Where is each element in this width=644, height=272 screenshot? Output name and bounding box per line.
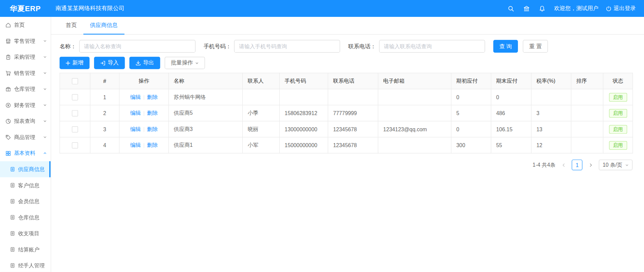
chevron-down-icon: [43, 39, 47, 43]
edit-link[interactable]: 编辑: [130, 142, 141, 148]
purchase-icon: [5, 54, 11, 60]
sidebar-item-home[interactable]: 首页: [0, 17, 51, 33]
chevron-down-icon: [43, 87, 47, 91]
sidebar-item-warehouse[interactable]: 仓库管理: [0, 81, 51, 97]
delete-link[interactable]: 删除: [147, 110, 158, 116]
cell-sort: [571, 121, 603, 137]
reset-button[interactable]: 重 置: [523, 40, 548, 53]
next-page-button[interactable]: [587, 160, 595, 170]
row-checkbox[interactable]: [72, 94, 78, 100]
sidebar-subitem-warehouse-info[interactable]: 仓库信息: [0, 209, 51, 225]
pagination: 1-4 共4条 1 10 条/页: [60, 160, 633, 170]
plus-icon: [66, 61, 70, 65]
cell-index: 3: [90, 121, 120, 137]
cell-phone: [279, 89, 328, 105]
sidebar-subitem-income-expense[interactable]: 收支项目: [0, 225, 51, 242]
sidebar-item-sales[interactable]: 销售管理: [0, 65, 51, 81]
cell-email: [378, 137, 451, 153]
sidebar-subitem-label: 会员信息: [18, 198, 39, 205]
edit-link[interactable]: 编辑: [130, 110, 141, 116]
main-area: 首页 供应商信息 名称： 手机号码： 联系电话： 查 询 重 置 新增: [51, 17, 644, 272]
col-status: 状态: [603, 73, 633, 89]
delete-link[interactable]: 删除: [147, 142, 158, 148]
col-index: #: [90, 73, 120, 89]
edit-link[interactable]: 编辑: [130, 94, 141, 100]
cell-tax-rate: 13: [531, 121, 571, 137]
sidebar-subitem-member-info[interactable]: 会员信息: [0, 193, 51, 210]
cell-tax-rate: 3: [531, 105, 571, 121]
sidebar-item-label: 基本资料: [14, 149, 35, 157]
select-all-checkbox[interactable]: [72, 78, 78, 84]
chevron-down-icon: [43, 103, 47, 107]
col-end-need: 期末应付: [491, 73, 531, 89]
table-row: 3 编辑删除 供应商3 晓丽 13000000000 12345678 1234…: [60, 121, 633, 137]
phone-filter-input[interactable]: [234, 40, 340, 53]
tel-filter-input[interactable]: [379, 40, 485, 53]
add-button[interactable]: 新增: [60, 57, 90, 69]
sidebar-item-basic-data[interactable]: 基本资料: [0, 145, 51, 161]
divider: [144, 111, 144, 116]
prev-page-button[interactable]: [559, 160, 568, 170]
cell-name: 供应商1: [168, 137, 242, 153]
sidebar-item-retail[interactable]: 零售管理: [0, 33, 51, 49]
sidebar-subitem-label: 供应商信息: [18, 166, 45, 173]
search-button[interactable]: 查 询: [493, 40, 518, 53]
delete-link[interactable]: 删除: [147, 94, 158, 100]
sidebar-item-goods[interactable]: 商品管理: [0, 129, 51, 145]
cell-index: 1: [90, 89, 120, 105]
name-filter-input[interactable]: [79, 40, 195, 53]
sidebar-item-label: 报表查询: [14, 117, 35, 125]
bell-icon[interactable]: [534, 0, 550, 17]
sidebar-item-purchase[interactable]: 采购管理: [0, 49, 51, 65]
status-badge: 启用: [609, 125, 627, 134]
row-checkbox[interactable]: [72, 126, 78, 132]
row-checkbox[interactable]: [72, 110, 78, 116]
cell-begin-need: 5: [451, 105, 491, 121]
cell-contact: 晓丽: [243, 121, 280, 137]
batch-actions-button[interactable]: 批量操作: [165, 57, 205, 69]
export-button[interactable]: 导出: [129, 57, 160, 69]
sidebar-item-reports[interactable]: 报表查询: [0, 113, 51, 129]
cell-sort: [571, 137, 603, 153]
cell-email: [378, 105, 451, 121]
col-contact: 联系人: [243, 73, 280, 89]
home-icon: [5, 22, 11, 28]
page-size-select[interactable]: 10 条/页: [599, 160, 633, 170]
col-tel: 联系电话: [328, 73, 378, 89]
cell-index: 4: [90, 137, 120, 153]
phone-filter-label: 手机号码：: [204, 43, 231, 50]
finance-icon: [5, 102, 11, 108]
search-icon[interactable]: [503, 0, 519, 17]
cell-begin-need: 300: [451, 137, 491, 153]
document-icon: [10, 183, 15, 188]
sidebar-item-label: 商品管理: [14, 133, 35, 141]
cell-name: 供应商5: [168, 105, 242, 121]
sidebar-subitem-supplier-info[interactable]: 供应商信息: [0, 161, 51, 178]
tab-supplier-info[interactable]: 供应商信息: [83, 17, 124, 34]
cell-tax-rate: [531, 89, 571, 105]
chevron-down-icon: [43, 55, 47, 59]
page-number-button[interactable]: 1: [572, 160, 583, 170]
edit-link[interactable]: 编辑: [130, 126, 141, 132]
sidebar-item-finance[interactable]: 财务管理: [0, 97, 51, 113]
basic-data-icon: [5, 150, 11, 156]
tab-home[interactable]: 首页: [59, 17, 84, 34]
row-checkbox[interactable]: [72, 142, 78, 148]
cell-tel: 12345678: [328, 121, 378, 137]
platform-icon[interactable]: [519, 0, 534, 17]
sidebar-subitem-customer-info[interactable]: 客户信息: [0, 177, 51, 193]
cell-name: 苏州蜗牛网络: [168, 89, 242, 105]
sidebar-subitem-label: 客户信息: [18, 182, 39, 189]
cell-begin-need: 0: [451, 89, 491, 105]
supplier-table: # 操作 名称 联系人 手机号码 联系电话 电子邮箱 期初应付 期末应付 税率(…: [60, 73, 633, 154]
logout-button[interactable]: 退出登录: [603, 5, 639, 12]
sidebar-subitem-settlement-account[interactable]: 结算账户: [0, 241, 51, 257]
warehouse-icon: [5, 86, 11, 92]
sidebar-item-label: 首页: [14, 21, 25, 29]
chevron-down-icon: [43, 119, 47, 123]
export-icon: [135, 60, 141, 66]
import-button[interactable]: 导入: [94, 57, 125, 69]
delete-link[interactable]: 删除: [147, 126, 158, 132]
page-size-label: 10 条/页: [603, 161, 622, 169]
sidebar-subitem-handler-management[interactable]: 经手人管理: [0, 257, 51, 272]
